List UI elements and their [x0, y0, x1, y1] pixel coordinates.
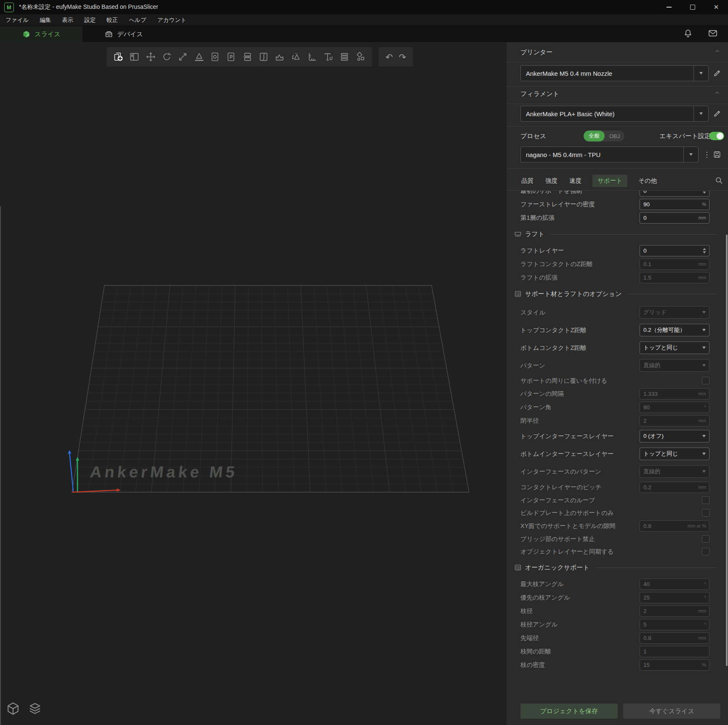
setting-tab-サポート[interactable]: サポート: [592, 175, 627, 187]
move-icon[interactable]: [144, 51, 157, 63]
cut-icon[interactable]: [257, 51, 270, 63]
menu-item-較正[interactable]: 較正: [101, 16, 123, 24]
setting-input[interactable]: 0: [640, 245, 709, 256]
edit-printer-icon[interactable]: [713, 69, 722, 79]
close-button[interactable]: ✕: [704, 0, 728, 14]
setting-value: トップと同じ: [640, 450, 702, 458]
auto-orient-icon[interactable]: [290, 51, 302, 63]
setting-tab-速度[interactable]: 速度: [568, 175, 582, 187]
filament-select[interactable]: AnkerMake PLA+ Basic (White): [520, 106, 709, 122]
notifications-bell-icon[interactable]: [683, 28, 695, 40]
window-edge-line: [0, 206, 1, 725]
scope-general-pill[interactable]: 全般: [584, 131, 605, 141]
setting-row: 閉半径2mm: [507, 414, 725, 427]
paint-icon[interactable]: [273, 51, 286, 63]
view-cube-icon[interactable]: [6, 701, 20, 716]
setting-tab-bar: 品質強度速度サポートその他: [520, 173, 658, 189]
setting-select: 直線的: [640, 359, 709, 372]
setting-row: 優先の枝アングル25°: [507, 591, 725, 604]
spinner-up-icon[interactable]: [703, 248, 706, 250]
spinner-buttons[interactable]: [703, 248, 706, 253]
split-objects-icon[interactable]: [241, 51, 254, 63]
setting-value: 0.2: [640, 484, 696, 490]
tab-label: スライス: [35, 30, 60, 38]
setting-label: ブリッジ部のサポート禁止: [520, 535, 702, 543]
setting-label: ラフトレイヤー: [520, 247, 640, 255]
collapse-filament-icon[interactable]: [714, 90, 720, 98]
setting-input: 0.1mm: [640, 259, 709, 270]
copy-icon[interactable]: [209, 51, 221, 63]
place-on-face-icon[interactable]: [193, 51, 205, 63]
minimize-button[interactable]: [657, 0, 681, 14]
assembly-icon[interactable]: [354, 51, 367, 63]
spinner-down-icon[interactable]: [703, 192, 706, 194]
setting-value: 1.5: [640, 275, 696, 281]
process-preset-select[interactable]: nagano - M5 0.4mm - TPU: [520, 147, 699, 163]
setting-tab-強度[interactable]: 強度: [544, 175, 558, 187]
settings-scroll-area[interactable]: 最初のサポートを強制0ファーストレイヤーの密度90%第1層の拡張0mmラフトラフ…: [507, 191, 725, 715]
text-icon[interactable]: [322, 51, 334, 63]
arrange-icon[interactable]: [128, 51, 141, 63]
setting-value: 0.1: [640, 261, 696, 267]
setting-label: ボトムコンタクトZ距離: [520, 344, 640, 352]
setting-label: パターン: [520, 362, 640, 370]
redo-icon[interactable]: ↷: [399, 53, 406, 61]
layers-view-icon[interactable]: [28, 701, 42, 716]
section-label: サポート材とラフトのオプション: [525, 290, 622, 298]
printer-select-caret[interactable]: [693, 66, 708, 81]
setting-select[interactable]: 0.2（分離可能）: [640, 324, 709, 336]
spinner-down-icon[interactable]: [703, 251, 706, 253]
section-rule: [595, 568, 717, 568]
menu-item-ファイル[interactable]: ファイル: [4, 16, 34, 24]
settings-sidebar: プリンター AnkerMake M5 0.4 mm Nozzle フィラメント …: [507, 42, 728, 725]
window-title: *名称未設定 - eufyMake Studio Based on PrusaS…: [19, 3, 158, 11]
save-project-button[interactable]: プロジェクトを保存: [520, 704, 618, 719]
scope-obj-pill[interactable]: OBJ: [605, 133, 624, 139]
menu-item-設定[interactable]: 設定: [79, 16, 101, 24]
add-object-icon[interactable]: [112, 51, 125, 63]
setting-label: 枝の密度: [520, 661, 640, 669]
setting-select[interactable]: トップと同じ: [640, 448, 709, 460]
scrollbar-thumb[interactable]: [726, 235, 728, 666]
setting-row: 枝径2mm: [507, 604, 725, 618]
save-preset-icon[interactable]: [713, 150, 721, 160]
rotate-icon[interactable]: [160, 51, 173, 63]
setting-input[interactable]: 0: [640, 191, 709, 197]
spinner-buttons[interactable]: [703, 191, 706, 194]
setting-input: 40°: [640, 578, 709, 590]
setting-tab-品質[interactable]: 品質: [520, 175, 534, 187]
menu-item-アカウント[interactable]: アカウント: [152, 16, 192, 24]
setting-select[interactable]: 0 (オフ): [640, 430, 709, 442]
paste-icon[interactable]: [225, 51, 237, 63]
printer-select[interactable]: AnkerMake M5 0.4 mm Nozzle: [520, 65, 709, 81]
tab-slice[interactable]: スライス: [0, 26, 83, 42]
maximize-button[interactable]: [681, 0, 704, 14]
setting-row: ファーストレイヤーの密度90%: [507, 197, 725, 211]
menu-item-表示[interactable]: 表示: [56, 16, 79, 24]
process-preset-caret[interactable]: [683, 147, 698, 162]
collapse-printer-icon[interactable]: [714, 48, 720, 56]
menu-item-ヘルプ[interactable]: ヘルプ: [123, 16, 152, 24]
mail-icon[interactable]: [708, 28, 720, 40]
scale-icon[interactable]: [176, 51, 189, 63]
measure-icon[interactable]: [306, 51, 318, 63]
undo-icon[interactable]: ↶: [385, 53, 393, 61]
layer-icon[interactable]: [338, 51, 351, 63]
setting-input[interactable]: 90%: [640, 199, 709, 210]
setting-select[interactable]: トップと同じ: [640, 341, 709, 354]
setting-input[interactable]: 0mm: [640, 212, 709, 224]
tab-device[interactable]: デバイス: [83, 26, 165, 42]
process-menu-kebab-icon[interactable]: ⋮: [703, 150, 710, 159]
setting-tab-その他[interactable]: その他: [637, 175, 658, 187]
edit-filament-icon[interactable]: [713, 109, 722, 120]
setting-checkbox: [702, 377, 709, 384]
menu-item-編集[interactable]: 編集: [34, 16, 56, 24]
setting-row: 最初のサポートを強制0: [507, 191, 725, 197]
setting-row: サポートの周りに覆いを付ける: [507, 374, 725, 387]
viewport-3d[interactable]: AnkerMake M5 ↶ ↷: [0, 42, 507, 725]
filament-select-caret[interactable]: [693, 106, 708, 121]
expert-settings-toggle[interactable]: [709, 132, 724, 140]
slice-now-button[interactable]: 今すぐスライス: [623, 704, 720, 719]
search-icon[interactable]: [715, 176, 723, 187]
unit-label: mm: [696, 275, 709, 280]
